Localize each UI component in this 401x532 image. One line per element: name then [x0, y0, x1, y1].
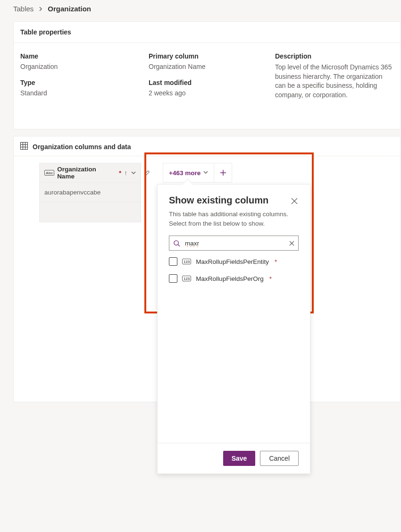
save-button[interactable]: Save: [223, 451, 256, 466]
column-header-organization-name[interactable]: Abc Organization Name * ↑: [39, 163, 141, 183]
column-option-maxrollupfieldsperorg[interactable]: 123 MaxRollupFieldsPerOrg *: [169, 274, 299, 283]
prop-label-last-modified: Last modified: [149, 79, 275, 86]
option-label: MaxRollupFieldsPerOrg: [196, 275, 263, 282]
search-input[interactable]: [184, 239, 285, 247]
table-icon: [20, 142, 28, 151]
search-icon: [173, 240, 180, 247]
edit-column-icon[interactable]: [144, 163, 150, 183]
breadcrumb: Tables Organization: [13, 5, 401, 13]
more-columns-group: +463 more: [163, 163, 232, 183]
add-column-button[interactable]: [214, 163, 232, 182]
table-properties-header: Table properties: [14, 22, 401, 43]
prop-label-description: Description: [275, 52, 394, 60]
cancel-button[interactable]: Cancel: [260, 451, 299, 466]
cell-empty: [39, 203, 141, 222]
show-existing-column-popover: Show existing column This table has addi…: [157, 184, 310, 474]
column-header-label: Organization Name: [57, 166, 115, 180]
text-type-icon: Abc: [44, 170, 54, 176]
prop-value-type: Standard: [20, 89, 149, 97]
close-icon[interactable]: [290, 197, 299, 207]
sort-asc-icon: ↑: [124, 169, 127, 177]
number-type-icon: 123: [182, 259, 191, 264]
prop-value-name: Organization: [20, 63, 149, 70]
column-option-maxrollupfieldsperentity[interactable]: 123 MaxRollupFieldsPerEntity *: [169, 257, 299, 266]
breadcrumb-parent[interactable]: Tables: [13, 5, 33, 13]
svg-line-10: [178, 245, 180, 246]
option-label: MaxRollupFieldsPerEntity: [196, 258, 269, 265]
svg-rect-0: [21, 143, 28, 150]
prop-label-name: Name: [20, 52, 149, 60]
chevron-right-icon: [38, 5, 43, 13]
columns-data-title: Organization columns and data: [33, 143, 131, 151]
chevron-down-icon[interactable]: [131, 169, 136, 177]
prop-value-last-modified: 2 weeks ago: [149, 89, 275, 97]
clear-search-icon[interactable]: [289, 241, 294, 246]
breadcrumb-current: Organization: [48, 5, 91, 13]
chevron-down-icon: [203, 169, 208, 176]
table-properties-card: Table properties Name Organization Type …: [13, 21, 401, 129]
popover-subtitle: This table has additional existing colum…: [158, 207, 310, 228]
prop-value-description: Top level of the Microsoft Dynamics 365 …: [275, 63, 394, 100]
search-input-wrapper: [169, 236, 299, 251]
number-type-icon: 123: [182, 276, 191, 281]
svg-point-9: [174, 241, 178, 245]
prop-label-type: Type: [20, 79, 149, 86]
prop-value-primary-column: Organization Name: [149, 63, 275, 70]
popover-title: Show existing column: [169, 195, 268, 206]
prop-label-primary-column: Primary column: [149, 52, 275, 60]
required-mark: *: [119, 169, 121, 177]
more-columns-label: +463 more: [169, 169, 200, 177]
required-mark: *: [269, 275, 272, 282]
checkbox[interactable]: [169, 274, 177, 283]
checkbox[interactable]: [169, 257, 177, 266]
cell-organization-name[interactable]: aurorabapenvccabe: [39, 183, 141, 203]
required-mark: *: [275, 258, 277, 265]
